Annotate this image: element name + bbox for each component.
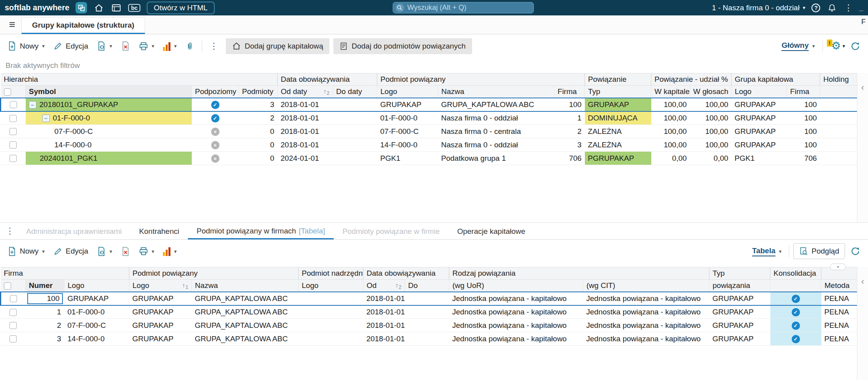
- cell-nazwa[interactable]: Podatkowa grupa 1: [438, 152, 554, 165]
- group-hierarchia[interactable]: Hierarchia: [1, 73, 278, 86]
- col-checkbox[interactable]: [1, 86, 26, 98]
- global-search[interactable]: [393, 2, 534, 13]
- cell-od-daty[interactable]: 2024-01-01: [278, 152, 333, 165]
- cell-symbol[interactable]: 07-F-000-C: [26, 125, 192, 138]
- cell-konsolidacja[interactable]: ✓: [770, 319, 821, 332]
- cell-od-daty[interactable]: 2018-01-01: [278, 138, 333, 152]
- cell-nazwa[interactable]: Nasza firma 0 - centrala: [438, 125, 554, 138]
- row-checkbox[interactable]: [10, 295, 17, 302]
- cell-do[interactable]: [405, 305, 449, 319]
- cell-typ[interactable]: DOMINUJĄCA: [585, 111, 651, 125]
- cell-do-daty[interactable]: [333, 152, 377, 165]
- cell-firma[interactable]: 3: [554, 138, 585, 152]
- col-nazwa[interactable]: Nazwa: [192, 280, 299, 292]
- col-powiazania[interactable]: powiązania: [709, 280, 770, 292]
- cell-podmioty[interactable]: 0: [239, 152, 278, 165]
- table-row[interactable]: −01-F-000-0 ✓ 2 2018-01-01 01-F-000-0 Na…: [1, 111, 858, 125]
- cell-nazwa[interactable]: Nasza firma 0 - oddział: [438, 111, 554, 125]
- cell-metoda[interactable]: PEŁNA: [821, 319, 858, 332]
- group-powiazanie[interactable]: Powiązanie: [585, 73, 651, 86]
- hamburger-menu-icon[interactable]: ≡: [3, 19, 21, 31]
- tab-administracja-uprawnieniami[interactable]: Administracja uprawnieniami: [17, 224, 130, 239]
- cell-logo-pp[interactable]: GRUPAKAP: [129, 305, 192, 319]
- group-rodzaj-powiazania[interactable]: Rodzaj powiązania: [449, 267, 709, 280]
- gear-icon[interactable]: ⚙: [831, 41, 841, 51]
- cell-gk-logo[interactable]: GRUPAKAP: [732, 98, 787, 111]
- col-numer[interactable]: Numer: [26, 280, 64, 292]
- row-checkbox[interactable]: [9, 155, 17, 162]
- table-row[interactable]: 07-F-000-C × 0 2018-01-01 07-F-000-C Nas…: [1, 125, 858, 138]
- cell-gk-firma[interactable]: 706: [787, 152, 820, 165]
- cell-do[interactable]: [405, 292, 449, 305]
- cell-logo-pp[interactable]: GRUPAKAP: [129, 292, 192, 305]
- cell-w-kapitale[interactable]: 100,00: [651, 138, 690, 152]
- row-checkbox[interactable]: [9, 322, 17, 329]
- table-row[interactable]: 100 GRUPAKAP GRUPAKAP GRUPA_KAPTALOWA AB…: [1, 292, 858, 305]
- cell-w-kapitale[interactable]: 0,00: [651, 152, 690, 165]
- cell-wg-cit[interactable]: Jednostka powiązana - kapitałowo: [583, 305, 709, 319]
- collapse-expander-icon[interactable]: −: [29, 101, 36, 109]
- row-checkbox[interactable]: [9, 309, 17, 316]
- delete-button[interactable]: [117, 243, 134, 260]
- col-typ[interactable]: Typ: [585, 86, 651, 98]
- select-all-checkbox[interactable]: [4, 282, 11, 290]
- tab-operacje-kapitalowe[interactable]: Operacje kapitałowe: [448, 224, 534, 239]
- cell-konsolidacja[interactable]: ✓: [770, 305, 821, 319]
- cell-firma[interactable]: 2: [554, 125, 585, 138]
- panel-collapse-strip[interactable]: ‹: [857, 73, 868, 222]
- cell-numer[interactable]: 100: [26, 292, 64, 305]
- row-checkbox[interactable]: [9, 115, 17, 122]
- cell-typ[interactable]: ZALEŻNA: [585, 138, 651, 152]
- tab-kontrahenci[interactable]: Kontrahenci: [130, 224, 188, 239]
- col-w-glosach[interactable]: W głosach: [690, 86, 732, 98]
- col-gk-firma[interactable]: Firma: [787, 86, 820, 98]
- cell-nazwa[interactable]: Nasza firma 0 - oddział: [438, 138, 554, 152]
- cell-podmioty[interactable]: 3: [239, 98, 278, 111]
- cell-do-daty[interactable]: [333, 111, 377, 125]
- row-checkbox[interactable]: [10, 101, 17, 108]
- tab-grupy-kapitalowe[interactable]: Grupy kapitałowe (struktura): [21, 17, 145, 34]
- chart-button[interactable]: ▾: [159, 243, 180, 260]
- add-to-related-entities-button[interactable]: Dodaj do podmiotów powiązanych: [333, 38, 472, 54]
- cell-typ[interactable]: GRUPAKAP: [709, 332, 770, 346]
- numer-editor[interactable]: 100: [27, 293, 63, 304]
- cell-firma[interactable]: 1: [554, 111, 585, 125]
- col-checkbox[interactable]: [1, 280, 26, 292]
- chevron-down-icon[interactable]: ▾: [842, 43, 845, 49]
- cell-gk-logo[interactable]: PGK1: [732, 152, 787, 165]
- cell-gk-firma[interactable]: 100: [787, 138, 820, 152]
- cell-podpoziomy[interactable]: ✓: [192, 111, 239, 125]
- cell-logo-firma[interactable]: GRUPAKAP: [64, 292, 129, 305]
- edit-button[interactable]: Edycja: [50, 243, 92, 260]
- cell-metoda[interactable]: PEŁNA: [821, 305, 858, 319]
- cell-od[interactable]: 2018-01-01: [363, 292, 405, 305]
- company-selector[interactable]: 1 - Nasza firma 0 - oddział ▾: [712, 4, 805, 12]
- cell-typ[interactable]: GRUPAKAP: [585, 98, 651, 111]
- group-podmiot-powiazany[interactable]: Podmiot powiązany: [377, 73, 585, 86]
- cell-konsolidacja[interactable]: ✓: [770, 292, 821, 305]
- group-typ[interactable]: Typ: [709, 267, 770, 280]
- col-podpoziomy[interactable]: Podpoziomy: [192, 86, 239, 98]
- collapse-panel-button[interactable]: ▾: [830, 263, 846, 270]
- cell-wg-cit[interactable]: Jednostka powiązana - kapitałowo: [583, 319, 709, 332]
- cell-w-kapitale[interactable]: 100,00: [651, 98, 690, 111]
- cell-symbol[interactable]: −01-F-000-0: [26, 111, 192, 125]
- cell-checkbox[interactable]: [1, 152, 26, 165]
- col-od-daty[interactable]: Od daty↑2: [278, 86, 333, 98]
- cell-gk-firma[interactable]: 100: [787, 111, 820, 125]
- cell-wg-uor[interactable]: Jednostka powiązana - kapitałowo: [449, 305, 583, 319]
- cell-wg-cit[interactable]: Jednostka powiązana - kapitałowo: [583, 332, 709, 346]
- table-row[interactable]: −20180101_GRUPAKAP ✓ 3 2018-01-01 GRUPAK…: [1, 98, 858, 111]
- cell-podpoziomy[interactable]: ×: [192, 152, 239, 165]
- cell-typ[interactable]: GRUPAKAP: [709, 292, 770, 305]
- cell-logo[interactable]: GRUPAKAP: [377, 98, 438, 111]
- tab-podmiot-powiazany-w-firmach[interactable]: Podmiot powiązany w firmach[Tabela]: [188, 224, 334, 239]
- cell-logo-firma[interactable]: 07-F-000-C: [64, 319, 129, 332]
- cell-nazwa[interactable]: GRUPA_KAPTALOWA ABC: [192, 292, 299, 305]
- cell-checkbox[interactable]: [1, 305, 26, 319]
- cell-od[interactable]: 2018-01-01: [363, 319, 405, 332]
- cell-do-daty[interactable]: [333, 138, 377, 152]
- cell-checkbox[interactable]: [1, 138, 26, 152]
- cell-typ[interactable]: GRUPAKAP: [709, 319, 770, 332]
- select-all-checkbox[interactable]: [4, 88, 11, 96]
